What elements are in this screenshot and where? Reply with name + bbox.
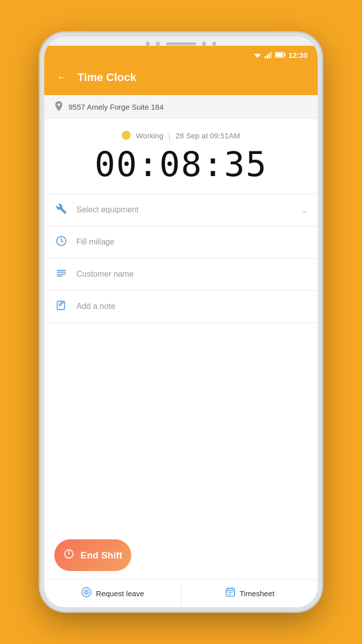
- customer-name-field[interactable]: Customer name: [44, 259, 318, 291]
- status-time: 12:30: [289, 51, 308, 59]
- phone-frame: 12:30 ← Time Clock 9557 Amely Forge Suit…: [40, 33, 322, 611]
- status-label: Working: [136, 131, 163, 140]
- note-edit-icon: [54, 300, 68, 313]
- end-shift-button[interactable]: End Shift: [54, 539, 131, 571]
- request-leave-button[interactable]: Request leave: [44, 580, 182, 607]
- form-section: Select equipment ⌄ Fill millage: [44, 194, 318, 527]
- timer-display: 00:08:35: [95, 146, 267, 184]
- svg-rect-5: [270, 52, 272, 58]
- bottom-nav: Request leave Timesheet: [44, 579, 318, 607]
- status-datetime: 28 Sep at 09:51AM: [175, 131, 240, 140]
- millage-field[interactable]: Fill millage: [44, 226, 318, 259]
- svg-point-19: [85, 591, 88, 594]
- location-icon: [54, 101, 63, 112]
- battery-icon: [275, 52, 286, 58]
- app-header: ← Time Clock: [44, 64, 318, 95]
- svg-point-18: [82, 588, 91, 597]
- status-divider: |: [168, 131, 170, 140]
- timesheet-button[interactable]: Timesheet: [182, 580, 318, 607]
- status-bar: 12:30: [44, 46, 318, 64]
- phone-top: [44, 37, 318, 46]
- add-note-field[interactable]: Add a note: [44, 291, 318, 323]
- timer-section: Working | 28 Sep at 09:51AM 00:08:35: [44, 119, 318, 194]
- end-shift-container: End Shift: [44, 527, 318, 579]
- millage-icon: [54, 235, 68, 249]
- sensor-dot: [146, 42, 150, 46]
- back-button[interactable]: ←: [54, 69, 69, 86]
- equipment-icon: [54, 203, 68, 217]
- chevron-down-icon: ⌄: [301, 205, 308, 215]
- signal-icon: [264, 51, 273, 58]
- equipment-selector[interactable]: Select equipment ⌄: [44, 194, 318, 226]
- svg-rect-3: [266, 55, 268, 58]
- sensor-dot2: [212, 42, 216, 46]
- timesheet-icon: [225, 587, 236, 600]
- working-status-dot: [122, 131, 131, 140]
- millage-label: Fill millage: [76, 237, 308, 247]
- end-shift-label: End Shift: [80, 550, 122, 561]
- status-row: Working | 28 Sep at 09:51AM: [122, 131, 240, 140]
- customer-list-icon: [54, 268, 68, 281]
- location-bar: 9557 Amely Forge Suite 184: [44, 95, 318, 119]
- svg-rect-4: [268, 53, 270, 58]
- camera-dot: [202, 42, 206, 46]
- sensor-dot: [156, 42, 160, 46]
- equipment-label: Select equipment: [76, 205, 293, 214]
- note-label: Add a note: [76, 302, 308, 311]
- request-leave-icon: [81, 587, 92, 600]
- wifi-icon: [253, 51, 262, 58]
- speaker: [166, 42, 196, 45]
- phone-sensors: [146, 42, 216, 46]
- customer-name-label: Customer name: [76, 270, 308, 279]
- request-leave-label: Request leave: [96, 589, 144, 598]
- svg-rect-2: [264, 56, 266, 58]
- svg-rect-7: [276, 53, 283, 57]
- location-address: 9557 Amely Forge Suite 184: [68, 103, 163, 111]
- status-icons: 12:30: [253, 51, 308, 59]
- end-shift-icon: [63, 548, 74, 562]
- svg-rect-8: [284, 54, 286, 56]
- svg-point-17: [68, 553, 70, 555]
- timesheet-label: Timesheet: [240, 589, 275, 598]
- header-title: Time Clock: [77, 71, 136, 84]
